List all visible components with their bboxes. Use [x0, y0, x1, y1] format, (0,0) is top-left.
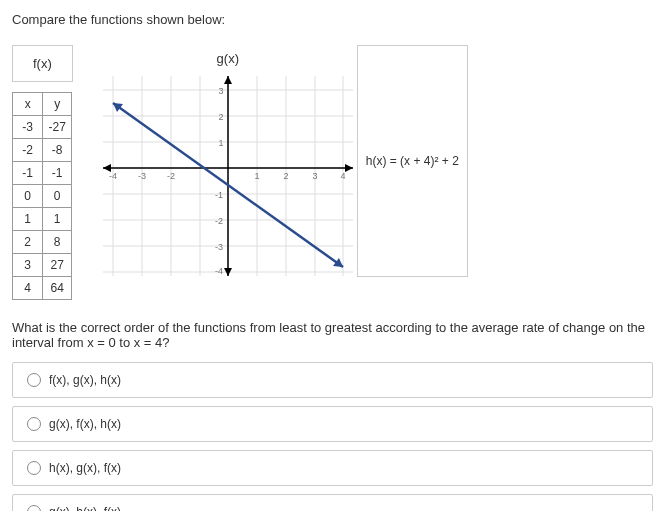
cell: -27: [42, 116, 72, 139]
g-column: g(x) -3-2 -4: [103, 45, 353, 279]
svg-marker-19: [224, 76, 232, 84]
cell: -2: [13, 139, 43, 162]
cell: 4: [13, 277, 43, 300]
cell: 3: [13, 254, 43, 277]
svg-text:-2: -2: [215, 216, 223, 226]
cell: -8: [42, 139, 72, 162]
radio-icon: [27, 417, 41, 431]
question-text: What is the correct order of the functio…: [12, 320, 653, 350]
option-label: g(x), h(x), f(x): [49, 505, 121, 511]
g-label: g(x): [103, 45, 353, 76]
cell: 8: [42, 231, 72, 254]
option-label: f(x), g(x), h(x): [49, 373, 121, 387]
cell: 27: [42, 254, 72, 277]
g-graph: -3-2 -4 12 34 321 -1-2 -3-4: [103, 76, 353, 276]
th-x: x: [13, 93, 43, 116]
radio-icon: [27, 461, 41, 475]
radio-icon: [27, 373, 41, 387]
cell: 0: [13, 185, 43, 208]
option-label: h(x), g(x), f(x): [49, 461, 121, 475]
radio-icon: [27, 505, 41, 511]
svg-text:-1: -1: [215, 190, 223, 200]
svg-text:-3: -3: [215, 242, 223, 252]
cell: -1: [42, 162, 72, 185]
svg-marker-22: [345, 164, 353, 172]
svg-text:2: 2: [283, 171, 288, 181]
cell: -1: [13, 162, 43, 185]
svg-text:-4: -4: [109, 171, 117, 181]
cell: 1: [42, 208, 72, 231]
svg-text:2: 2: [218, 112, 223, 122]
svg-text:1: 1: [218, 138, 223, 148]
h-formula: h(x) = (x + 4)² + 2: [366, 154, 459, 168]
cell: 1: [13, 208, 43, 231]
h-column: h(x) = (x + 4)² + 2: [357, 45, 468, 277]
svg-text:3: 3: [312, 171, 317, 181]
svg-text:-4: -4: [215, 266, 223, 276]
th-y: y: [42, 93, 72, 116]
svg-text:-3: -3: [138, 171, 146, 181]
cell: 64: [42, 277, 72, 300]
option-c[interactable]: h(x), g(x), f(x): [12, 450, 653, 486]
f-label: f(x): [12, 45, 73, 82]
cell: -3: [13, 116, 43, 139]
svg-text:-2: -2: [167, 171, 175, 181]
svg-text:4: 4: [340, 171, 345, 181]
f-table: xy -3-27 -2-8 -1-1 00 11 28 327 464: [12, 92, 72, 300]
cell: 0: [42, 185, 72, 208]
svg-text:3: 3: [218, 86, 223, 96]
svg-marker-38: [113, 103, 123, 112]
option-label: g(x), f(x), h(x): [49, 417, 121, 431]
svg-text:1: 1: [254, 171, 259, 181]
f-column: f(x) xy -3-27 -2-8 -1-1 00 11 28 327 464: [12, 45, 73, 300]
option-d[interactable]: g(x), h(x), f(x): [12, 494, 653, 511]
option-a[interactable]: f(x), g(x), h(x): [12, 362, 653, 398]
cell: 2: [13, 231, 43, 254]
option-b[interactable]: g(x), f(x), h(x): [12, 406, 653, 442]
prompt-text: Compare the functions shown below:: [12, 12, 653, 27]
svg-marker-39: [333, 258, 343, 267]
